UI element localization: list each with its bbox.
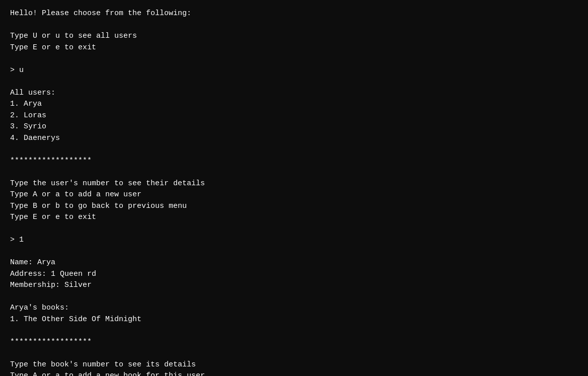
terminal-line-membership: Membership: Silver [10, 280, 578, 291]
terminal-line-arya-books: Arya's books: [10, 303, 578, 314]
terminal-line-user3: 3. Syrio [10, 121, 578, 133]
terminal-line-opt-number: Type the user's number to see their deta… [10, 178, 578, 190]
terminal-line-name: Name: Arya [10, 257, 578, 269]
terminal-line-opt-b: Type B or b to go back to previous menu [10, 201, 578, 212]
terminal-line-user1: 1. Arya [10, 99, 578, 110]
terminal-line-divider2: ****************** [10, 337, 578, 348]
terminal-line-greeting: Hello! Please choose from the following: [10, 8, 578, 20]
terminal-line-book1: 1. The Other Side Of Midnight [10, 314, 578, 326]
terminal-line-blank7 [10, 246, 578, 258]
terminal-line-user4: 4. Daenerys [10, 133, 578, 144]
terminal-line-opt-a1: Type A or a to add a new user [10, 189, 578, 201]
terminal-line-input2: > 1 [10, 235, 578, 246]
terminal-line-blank8 [10, 291, 578, 303]
terminal-line-input1: > u [10, 65, 578, 77]
terminal-line-blank10 [10, 348, 578, 359]
terminal-line-address: Address: 1 Queen rd [10, 269, 578, 280]
terminal-line-user2: 2. Loras [10, 110, 578, 122]
terminal-output: Hello! Please choose from the following:… [10, 8, 578, 376]
terminal-line-all-users: All users: [10, 88, 578, 99]
terminal-line-blank2 [10, 53, 578, 65]
terminal-line-blank5 [10, 167, 578, 178]
terminal-line-opt-u: Type U or u to see all users [10, 31, 578, 42]
terminal-line-blank1 [10, 20, 578, 31]
terminal-line-blank4 [10, 144, 578, 156]
terminal-line-blank3 [10, 76, 578, 88]
terminal-line-opt-e1: Type E or e to exit [10, 42, 578, 54]
terminal-line-opt-e2: Type E or e to exit [10, 212, 578, 223]
terminal-window[interactable]: Hello! Please choose from the following:… [0, 0, 588, 376]
terminal-line-blank9 [10, 325, 578, 337]
terminal-line-opt-book-number: Type the book's number to see its detail… [10, 359, 578, 371]
terminal-line-opt-a2: Type A or a to add a new book for this u… [10, 370, 578, 376]
terminal-line-blank6 [10, 223, 578, 235]
terminal-line-divider1: ****************** [10, 156, 578, 167]
